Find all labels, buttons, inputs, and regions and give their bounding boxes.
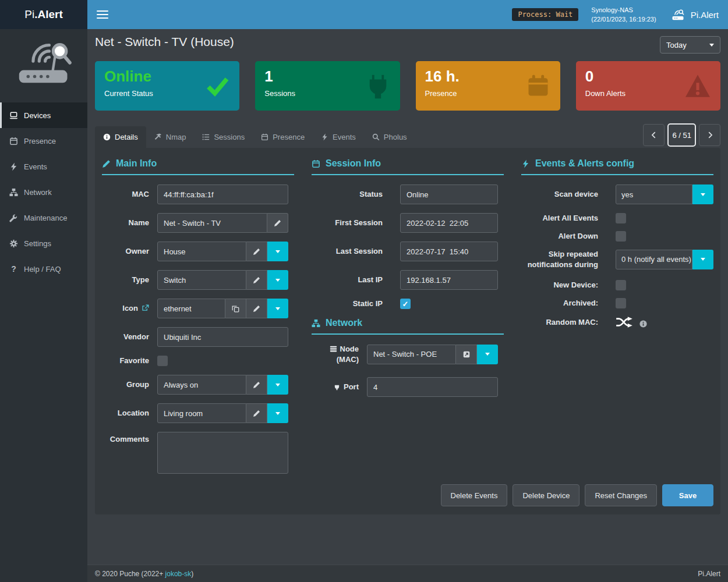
icon-dropdown-button[interactable] (267, 299, 288, 318)
shuffle-icon[interactable] (616, 316, 633, 328)
name-edit-button[interactable] (267, 213, 288, 233)
sidebar-item-label: Network (24, 188, 52, 197)
tab-nmap[interactable]: Nmap (146, 126, 195, 148)
footer-author-link[interactable]: jokob-sk (165, 570, 192, 578)
icon-copy-button[interactable] (225, 299, 246, 318)
scan-device-dropdown-button[interactable] (692, 184, 713, 204)
info-icon[interactable] (639, 320, 647, 328)
scan-device-label: Scan device (521, 189, 616, 200)
check-icon (204, 73, 230, 99)
sidebar-item-label: Devices (24, 111, 51, 120)
group-input[interactable] (157, 375, 246, 395)
pencil-icon (253, 248, 260, 255)
delete-device-button[interactable]: Delete Device (513, 484, 579, 506)
sidebar-item-events[interactable]: Events (0, 154, 87, 179)
field-row-group: Group (102, 375, 294, 395)
new-device-checkbox[interactable] (616, 280, 626, 290)
type-input[interactable] (157, 270, 246, 290)
sidebar-item-help[interactable]: ? Help / FAQ (0, 256, 87, 282)
status-input[interactable] (400, 184, 498, 204)
location-edit-button[interactable] (246, 403, 267, 423)
chevron-down-icon (701, 258, 705, 261)
type-dropdown-button[interactable] (267, 270, 288, 290)
location-input[interactable] (157, 403, 246, 423)
field-row-alert-down: Alert Down (521, 231, 713, 242)
tab-sessions[interactable]: Sessions (194, 126, 253, 148)
bolt-icon (521, 159, 530, 168)
tab-details[interactable]: Details (95, 126, 146, 148)
static-ip-checkbox[interactable] (400, 299, 411, 309)
owner-dropdown-button[interactable] (267, 242, 288, 261)
owner-input[interactable] (157, 242, 246, 261)
comments-label: Comments (102, 432, 157, 445)
network-heading: Network (312, 318, 504, 335)
tab-events[interactable]: Events (313, 126, 364, 148)
first-session-input[interactable] (400, 213, 498, 233)
alert-all-events-label: Alert All Events (521, 213, 616, 223)
bars-icon (330, 345, 337, 353)
navbar-app-brand[interactable]: Pi.Alert (670, 9, 719, 20)
node-input[interactable] (367, 345, 456, 364)
next-device-button[interactable] (699, 124, 720, 146)
comments-textarea[interactable] (157, 432, 288, 474)
card-sessions[interactable]: 1 Sessions (255, 61, 400, 111)
sidebar-item-presence[interactable]: Presence (0, 128, 87, 154)
device-pager: 6 / 51 (643, 123, 720, 147)
sidebar-item-network[interactable]: Network (0, 179, 87, 205)
field-row-location: Location (102, 403, 294, 423)
tab-pholus[interactable]: Pholus (364, 126, 415, 148)
menu-icon[interactable] (97, 8, 108, 21)
chevron-down-icon (709, 44, 714, 47)
reset-changes-button[interactable]: Reset Changes (585, 484, 657, 506)
name-input[interactable] (157, 213, 267, 233)
save-button[interactable]: Save (662, 484, 713, 506)
sidebar-item-settings[interactable]: Settings (0, 230, 87, 256)
sidebar-item-devices[interactable]: Devices (0, 102, 87, 128)
mac-input[interactable] (157, 184, 288, 204)
icon-input[interactable] (157, 299, 225, 318)
card-current-status[interactable]: Online Current Status (95, 61, 239, 111)
group-dropdown-button[interactable] (267, 375, 288, 395)
card-presence[interactable]: 16 h. Presence (416, 61, 560, 111)
prev-device-button[interactable] (643, 124, 665, 146)
period-select[interactable]: Today (660, 36, 720, 54)
node-dropdown-button[interactable] (477, 345, 498, 364)
skip-notifications-dropdown-button[interactable] (692, 250, 713, 269)
location-dropdown-button[interactable] (267, 403, 288, 423)
main-content: Net - Switch - TV (House) Today Online C… (87, 29, 728, 565)
brand-logo[interactable]: Pi.Alert (0, 0, 87, 29)
vendor-input[interactable] (157, 327, 288, 347)
bolt-icon (9, 162, 18, 171)
port-input[interactable] (367, 377, 498, 397)
group-edit-button[interactable] (246, 375, 267, 395)
pencil-icon (253, 410, 260, 417)
favorite-checkbox[interactable] (157, 356, 168, 366)
icon-edit-button[interactable] (246, 299, 267, 318)
plug-icon (333, 383, 341, 391)
field-row-favorite: Favorite (102, 356, 294, 366)
main-info-heading: Main Info (102, 158, 294, 175)
pencil-icon (253, 305, 260, 313)
last-session-input[interactable] (400, 242, 498, 261)
card-down-alerts[interactable]: 0 Down Alerts (576, 61, 720, 111)
external-link-icon[interactable] (142, 304, 149, 312)
node-open-button[interactable] (456, 345, 477, 364)
page-title: Net - Switch - TV (House) (95, 34, 234, 49)
field-row-owner: Owner (102, 242, 294, 261)
archived-checkbox[interactable] (616, 298, 626, 308)
alert-down-checkbox[interactable] (616, 231, 626, 242)
chevron-down-icon (701, 193, 705, 196)
sidebar-item-maintenance[interactable]: Maintenance (0, 205, 87, 230)
sidebar-item-label: Settings (24, 239, 51, 248)
scan-device-select[interactable]: yes (616, 184, 692, 204)
delete-events-button[interactable]: Delete Events (441, 484, 508, 506)
owner-edit-button[interactable] (246, 242, 267, 261)
alert-all-events-checkbox[interactable] (616, 213, 626, 223)
events-alerts-heading: Events & Alerts config (521, 158, 713, 175)
main-info-section: Main Info MAC Name Owner (102, 158, 294, 484)
last-ip-input[interactable] (400, 270, 498, 290)
type-edit-button[interactable] (246, 270, 267, 290)
icon-label: Icon (102, 303, 157, 314)
skip-notifications-select[interactable]: 0 h (notify all events) (616, 250, 692, 269)
tab-presence[interactable]: Presence (253, 126, 313, 148)
